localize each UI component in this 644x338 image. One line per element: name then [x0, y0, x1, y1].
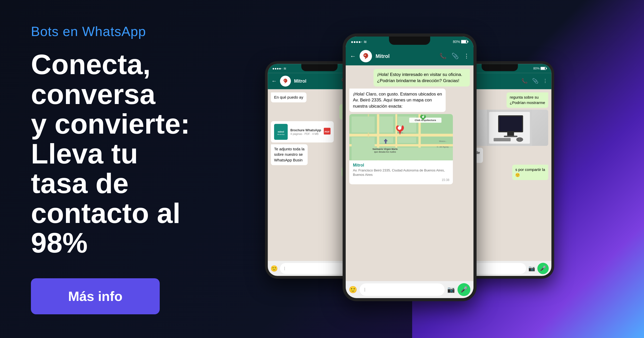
- phone-icon-center[interactable]: 📞: [439, 53, 446, 59]
- doc-info-left: Brochure WhatsApp 4 páginas · PDF · 4 MB: [290, 128, 321, 135]
- camera-btn-right[interactable]: 📷: [528, 265, 535, 272]
- svg-rect-44: [507, 132, 514, 136]
- map-info: Mitrol Av. Francisco Beiró 2335, Ciudad …: [349, 160, 453, 184]
- camera-btn-center[interactable]: 📷: [447, 286, 455, 293]
- emoji-btn-left[interactable]: 🙂: [270, 265, 278, 272]
- wa-screen-center: ●●●●◦ ≋ 10:00AM 80% ←: [346, 37, 473, 298]
- signal-left: ●●●●◦ ≋: [272, 66, 286, 71]
- msg-left-1: En qué puedo ay: [271, 92, 307, 102]
- svg-text:Pedro...: Pedro...: [397, 132, 405, 134]
- map-time: 15:38: [353, 178, 449, 182]
- svg-text:que desata los nudos: que desata los nudos: [374, 151, 396, 153]
- paperclip-icon-center[interactable]: 📎: [452, 53, 459, 59]
- svg-text:Club Arquitectura: Club Arquitectura: [415, 119, 436, 122]
- svg-point-31: [398, 126, 401, 130]
- mic-btn-right[interactable]: 🎤: [537, 263, 549, 274]
- map-address: Av. Francisco Beiró 2335, Ciudad Autonom…: [353, 168, 449, 177]
- phone-center: ●●●●◦ ≋ 10:00AM 80% ←: [343, 33, 477, 301]
- img-placeholder: [471, 110, 548, 146]
- svg-rect-13: [349, 134, 453, 137]
- msg-left-3: Te adjunto toda lasobre nuestro seWhatsA…: [271, 144, 308, 165]
- svg-text:Moscu...: Moscu...: [439, 140, 447, 142]
- svg-text:mitrol: mitrol: [278, 131, 284, 133]
- msg-right-3: s por compartir la🙂: [512, 165, 548, 180]
- msg-center-2: ¡Hola! Claro, con gusto. Estamos ubicado…: [349, 89, 446, 112]
- cta-button[interactable]: Más info: [31, 278, 160, 314]
- svg-text:WhatsApp: WhatsApp: [277, 133, 285, 135]
- map-bubble-center: Club Arquitectura: [349, 114, 453, 184]
- phone-notch-right: [482, 64, 518, 71]
- svg-rect-9: [468, 41, 468, 42]
- img-bubble-right: [471, 110, 548, 146]
- left-content: Bots en WhatsApp Conecta, conversa y con…: [0, 3, 232, 335]
- back-arrow-left[interactable]: ←: [271, 78, 277, 84]
- header-icons-center: 📞 📎 ⋮: [439, 53, 469, 59]
- svg-text:PDF: PDF: [325, 130, 330, 133]
- contact-name-center: Mitrol: [376, 53, 436, 59]
- svg-rect-19: [352, 116, 375, 133]
- svg-rect-46: [494, 138, 511, 141]
- svg-rect-38: [541, 67, 545, 70]
- svg-text:Santuario Virgen María: Santuario Virgen María: [372, 148, 398, 150]
- phone-notch-center: [389, 37, 430, 45]
- text-input-left[interactable]: |: [280, 263, 346, 274]
- doc-name-left: Brochure WhatsApp: [290, 128, 321, 132]
- phone-icon-right[interactable]: 📞: [521, 78, 528, 84]
- paperclip-icon-right[interactable]: 📎: [532, 78, 538, 84]
- avatar-center: [360, 50, 372, 62]
- svg-point-11: [365, 55, 366, 56]
- phones-container: ●●●●◦ ≋ 10:0A ← Mitrol: [232, 0, 644, 338]
- map-title: Mitrol: [353, 163, 449, 168]
- svg-text:C. del Aguay: C. del Aguay: [437, 146, 449, 148]
- mic-btn-center[interactable]: 🎤: [457, 283, 470, 296]
- battery-right: 80%: [533, 67, 547, 70]
- svg-point-28: [422, 116, 424, 118]
- header-icons-right: 📞 📎 ⋮: [521, 78, 548, 84]
- messages-center: ¡Hola! Estoy interesado en visitar su of…: [346, 65, 473, 281]
- signal-center: ●●●●◦ ≋: [351, 39, 367, 44]
- doc-meta-left: 4 páginas · PDF · 4 MB: [290, 132, 321, 135]
- battery-center: 80%: [453, 40, 468, 44]
- emoji-btn-center[interactable]: 🙂: [349, 286, 357, 294]
- avatar-left: [280, 76, 291, 86]
- input-bar-center: 🙂 | 📷 🎤: [346, 281, 473, 298]
- doc-bubble-left: mitrol WhatsApp Brochure WhatsApp 4 pági…: [271, 121, 334, 143]
- doc-preview-left: mitrol WhatsApp: [274, 124, 288, 140]
- svg-rect-8: [461, 40, 466, 43]
- map-image: Club Arquitectura: [349, 114, 453, 160]
- text-input-center[interactable]: |: [360, 283, 445, 296]
- contact-name-left: Mitrol: [294, 79, 338, 84]
- phone-notch-left: [301, 64, 338, 71]
- svg-point-1: [284, 80, 285, 81]
- msg-right-1: regunta sobre su¿Podrían mostrarme: [506, 92, 548, 108]
- more-icon-center[interactable]: ⋮: [464, 53, 469, 59]
- pdf-icon-left: PDF: [324, 128, 331, 136]
- svg-rect-43: [499, 116, 522, 131]
- svg-rect-29: [385, 139, 386, 144]
- more-icon-right[interactable]: ⋮: [543, 78, 548, 84]
- msg-center-1: ¡Hola! Estoy interesado en visitar su of…: [374, 69, 470, 86]
- main-headline: Conecta, conversa y convierte: Lleva tu …: [31, 49, 201, 258]
- page-wrapper: Bots en WhatsApp Conecta, conversa y con…: [0, 0, 644, 338]
- svg-rect-25: [352, 148, 453, 160]
- subtitle: Bots en WhatsApp: [31, 24, 201, 39]
- svg-rect-24: [398, 137, 416, 143]
- svg-rect-45: [504, 136, 518, 137]
- svg-rect-30: [384, 140, 387, 141]
- chat-header-center: ← Mitrol 📞 📎 ⋮: [346, 47, 473, 65]
- back-arrow-center[interactable]: ←: [350, 53, 356, 60]
- svg-rect-39: [546, 68, 547, 69]
- svg-rect-20: [379, 116, 393, 133]
